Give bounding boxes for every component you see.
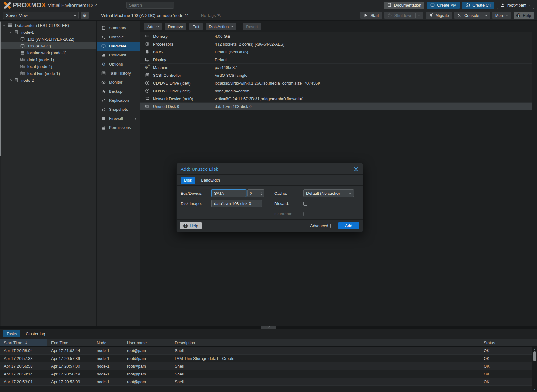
- chevron-down-icon: [156, 25, 159, 27]
- column-header-status[interactable]: Status: [480, 339, 537, 346]
- bus-type-value: SATA: [214, 191, 224, 196]
- task-row[interactable]: Apr 17 20:56:58Apr 17 20:57:00node-1root…: [0, 362, 537, 370]
- tree-item-local-lvm-node-1[interactable]: local-lvm (node-1): [0, 70, 96, 77]
- tree-item-localnetwork-node-1[interactable]: localnetwork (node-1): [0, 49, 96, 56]
- tree-item-data1-node-1[interactable]: data1 (node-1): [0, 56, 96, 63]
- tree-scrollbar-thumb[interactable]: [0, 21, 1, 156]
- shutdown-button[interactable]: Shutdown: [384, 12, 423, 19]
- scroll-down-icon[interactable]: ▼: [532, 388, 537, 391]
- tree-item-label: node-1: [21, 30, 34, 35]
- menu-item-options[interactable]: ⚙ Options: [97, 60, 140, 69]
- column-header-description[interactable]: Description: [171, 339, 480, 346]
- tasks-panel: Tasks Cluster log Start Time↓End TimeNod…: [0, 329, 537, 392]
- menu-item-monitor[interactable]: Monitor: [97, 78, 140, 87]
- tags-editor[interactable]: No Tags✎: [201, 13, 221, 18]
- create-ct-button[interactable]: Create CT: [462, 2, 494, 9]
- gear-icon: ⚙: [101, 62, 106, 67]
- tree-item-103-ad-dc[interactable]: 103 (AD-DC): [0, 42, 96, 49]
- tasks-scrollbar[interactable]: ▲ ▼: [532, 347, 537, 391]
- tree-item-node-1[interactable]: node-1: [0, 29, 96, 36]
- tree-item-102-win-server-2022[interactable]: 102 (WIN-SERVER-2022): [0, 36, 96, 42]
- migrate-button[interactable]: Migrate: [426, 12, 452, 19]
- chevron-down-icon[interactable]: [8, 32, 12, 33]
- disk-action-button[interactable]: Disk Action: [206, 23, 236, 30]
- discard-checkbox[interactable]: [303, 202, 307, 206]
- advanced-checkbox[interactable]: [330, 224, 334, 228]
- menu-item-snapshots[interactable]: Snapshots: [97, 105, 140, 114]
- tree-item-local-node-1[interactable]: local (node-1): [0, 63, 96, 70]
- version-label: Virtual Environment 8.2.2: [48, 3, 97, 8]
- menu-item-hardware[interactable]: Hardware: [97, 42, 140, 51]
- hw-row-machine[interactable]: ⚙⚙ Machine pc-i440fx-8.1: [140, 64, 532, 71]
- view-selector[interactable]: Server View: [3, 12, 79, 19]
- tree-item-datacenter-test-cluster[interactable]: Datacenter (TEST-CLUSTER): [0, 22, 96, 29]
- hw-row-bios[interactable]: BIOS Default (SeaBIOS): [140, 48, 532, 56]
- column-header-user-name[interactable]: User name: [123, 339, 171, 346]
- task-row[interactable]: Apr 17 20:58:04Apr 17 21:02:44node-1root…: [0, 347, 537, 355]
- dialog-add-button[interactable]: Add: [338, 222, 359, 229]
- hw-row-processors[interactable]: Processors 4 (2 sockets, 2 cores) [x86-6…: [140, 40, 532, 48]
- menu-item-task-history[interactable]: Task History: [97, 69, 140, 78]
- task-row[interactable]: Apr 17 20:54:14Apr 17 20:56:49node-1root…: [0, 370, 537, 378]
- remove-button[interactable]: Remove: [165, 23, 186, 30]
- close-icon[interactable]: [354, 166, 359, 171]
- stepper-arrows-icon[interactable]: [261, 192, 262, 195]
- io-thread-checkbox[interactable]: [303, 212, 307, 216]
- menu-item-firewall[interactable]: Firewall: [97, 114, 140, 123]
- add-unused-disk-dialog: Add: Unused Disk Disk Bandwidth Bus/Devi…: [176, 163, 363, 232]
- help-button[interactable]: ?Help: [514, 12, 534, 19]
- chevron-down-icon[interactable]: [2, 25, 6, 26]
- start-button[interactable]: Start: [360, 12, 382, 19]
- console-button[interactable]: Console: [454, 12, 490, 19]
- vm-actions: Start Shutdown Migrate Console More ?Hel…: [360, 12, 537, 19]
- hw-row-value: pc-i440fx-8.1: [215, 65, 238, 70]
- create-vm-button[interactable]: Create VM: [427, 2, 460, 9]
- tab-disk[interactable]: Disk: [181, 177, 195, 184]
- tree-item-node-2[interactable]: node-2: [0, 77, 96, 84]
- task-cell-description: Shell: [171, 364, 480, 369]
- cache-select[interactable]: Default (No cache): [303, 189, 354, 197]
- menu-item-summary[interactable]: Summary: [97, 23, 140, 32]
- disk-image-select[interactable]: data1:vm-103-disk-0: [211, 200, 262, 207]
- hw-row-scsi-controller[interactable]: SCSI Controller VirtIO SCSI single: [140, 71, 532, 79]
- hw-row-memory[interactable]: Memory 4.00 GiB: [140, 32, 532, 40]
- splitter-handle[interactable]: [261, 326, 276, 329]
- scroll-up-icon[interactable]: ▲: [532, 348, 537, 350]
- search-input[interactable]: [126, 2, 174, 9]
- view-settings-button[interactable]: ⚙: [81, 12, 89, 19]
- task-cell-node: node-1: [93, 380, 123, 384]
- bus-number-stepper[interactable]: 0: [247, 189, 264, 197]
- tree-scrollbar-track[interactable]: [0, 21, 1, 326]
- more-button[interactable]: More: [492, 12, 511, 19]
- tab-tasks[interactable]: Tasks: [3, 330, 20, 337]
- menu-item-replication[interactable]: Replication: [97, 96, 140, 105]
- hw-row-cd-dvd-drive-ide0[interactable]: CD/DVD Drive (ide0) local:iso/virtio-win…: [140, 79, 532, 87]
- menu-item-cloud-init[interactable]: Cloud-Init: [97, 51, 140, 60]
- add-button[interactable]: Add: [144, 23, 162, 30]
- menu-item-backup[interactable]: Backup: [97, 87, 140, 96]
- column-header-start-time[interactable]: Start Time↓: [0, 339, 47, 346]
- hw-row-display[interactable]: Display Default: [140, 56, 532, 64]
- user-menu-button[interactable]: root@pam: [497, 2, 534, 9]
- documentation-button[interactable]: Documentation: [384, 2, 424, 9]
- scrollbar-thumb[interactable]: [533, 351, 536, 361]
- chevron-right-icon[interactable]: [8, 80, 12, 81]
- column-header-node[interactable]: Node: [93, 339, 123, 346]
- migrate-label: Migrate: [436, 13, 449, 18]
- edit-button[interactable]: Edit: [189, 23, 203, 30]
- revert-button[interactable]: Revert: [243, 23, 261, 30]
- dialog-help-button[interactable]: ?Help: [180, 222, 202, 229]
- tab-cluster-log[interactable]: Cluster log: [22, 330, 48, 337]
- menu-item-permissions[interactable]: Permissions: [97, 123, 140, 132]
- hw-row-unused-disk-0[interactable]: Unused Disk 0 data1:vm-103-disk-0: [140, 103, 532, 110]
- bus-type-select[interactable]: SATA: [211, 189, 246, 197]
- task-row[interactable]: Apr 17 20:53:01Apr 17 20:53:09node-1root…: [0, 378, 537, 386]
- dialog-header[interactable]: Add: Unused Disk: [177, 163, 363, 175]
- disc-icon: [144, 88, 150, 93]
- column-header-end-time[interactable]: End Time: [47, 339, 93, 346]
- hw-row-cd-dvd-drive-ide2[interactable]: CD/DVD Drive (ide2) none,media=cdrom: [140, 87, 532, 95]
- task-row[interactable]: Apr 17 20:57:33Apr 17 20:57:39node-1root…: [0, 355, 537, 362]
- hw-row-network-device-net0[interactable]: Network Device (net0) virtio=BC:24:11:67…: [140, 95, 532, 103]
- tab-bandwidth[interactable]: Bandwidth: [200, 177, 221, 184]
- menu-item-console[interactable]: Console: [97, 32, 140, 42]
